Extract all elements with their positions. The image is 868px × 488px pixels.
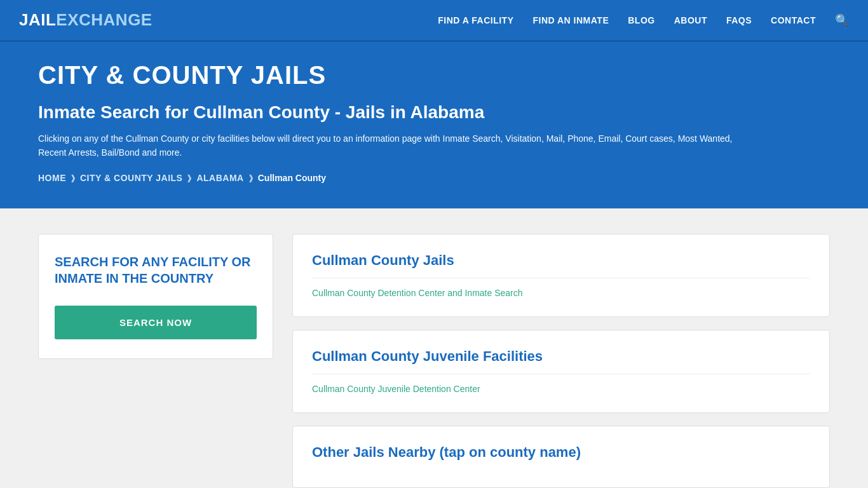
breadcrumb-chevron-2: ❱ (186, 173, 193, 182)
facility-card-nearby: Other Jails Nearby (tap on county name) (292, 426, 830, 488)
facility-card-juvenile: Cullman County Juvenile Facilities Cullm… (292, 330, 830, 413)
divider-1 (312, 278, 810, 278)
divider-2 (312, 374, 810, 374)
site-logo[interactable]: JAILEXCHANGE (19, 10, 153, 30)
breadcrumb-alabama[interactable]: Alabama (196, 173, 243, 183)
breadcrumb-city-county-jails[interactable]: City & County Jails (80, 173, 182, 183)
site-header: JAILEXCHANGE FIND A FACILITY FIND AN INM… (0, 0, 868, 42)
breadcrumb-chevron-1: ❱ (70, 173, 76, 182)
page-title: CITY & COUNTY JAILS (38, 61, 830, 90)
nav-blog[interactable]: BLOG (628, 15, 654, 25)
facility-card-title-3[interactable]: Other Jails Nearby (tap on county name) (312, 444, 810, 461)
facilities-list: Cullman County Jails Cullman County Dete… (292, 234, 830, 488)
facility-card-cullman-jails: Cullman County Jails Cullman County Dete… (292, 234, 830, 317)
main-nav: FIND A FACILITY FIND AN INMATE BLOG ABOU… (438, 13, 849, 27)
nav-find-inmate[interactable]: FIND AN INMATE (532, 15, 609, 25)
search-icon-button[interactable]: 🔍 (835, 13, 849, 27)
hero-section: CITY & COUNTY JAILS Inmate Search for Cu… (0, 42, 868, 208)
page-subtitle: Inmate Search for Cullman County - Jails… (38, 102, 830, 123)
breadcrumb-chevron-3: ❱ (248, 173, 254, 182)
logo-jail: JAIL (19, 10, 56, 30)
search-panel: SEARCH FOR ANY FACILITY OR INMATE IN THE… (38, 234, 273, 359)
logo-exchange: EXCHANGE (56, 10, 152, 30)
facility-link-juvenile-center[interactable]: Cullman County Juvenile Detention Center (312, 384, 480, 394)
search-now-button[interactable]: SEARCH NOW (55, 306, 257, 339)
breadcrumb-current: Cullman County (258, 173, 326, 183)
hero-description: Clicking on any of the Cullman County or… (38, 132, 737, 160)
nav-faqs[interactable]: FAQs (726, 15, 752, 25)
search-panel-title: SEARCH FOR ANY FACILITY OR INMATE IN THE… (55, 254, 257, 287)
breadcrumb: Home ❱ City & County Jails ❱ Alabama ❱ C… (38, 173, 830, 183)
facility-link-detention-center[interactable]: Cullman County Detention Center and Inma… (312, 288, 523, 298)
main-content: SEARCH FOR ANY FACILITY OR INMATE IN THE… (0, 208, 868, 488)
nav-contact[interactable]: CONTACT (771, 15, 816, 25)
nav-about[interactable]: ABOUT (674, 15, 707, 25)
breadcrumb-home[interactable]: Home (38, 173, 66, 183)
facility-card-title-2[interactable]: Cullman County Juvenile Facilities (312, 348, 810, 365)
nav-find-facility[interactable]: FIND A FACILITY (438, 15, 513, 25)
facility-card-title-1[interactable]: Cullman County Jails (312, 252, 810, 269)
